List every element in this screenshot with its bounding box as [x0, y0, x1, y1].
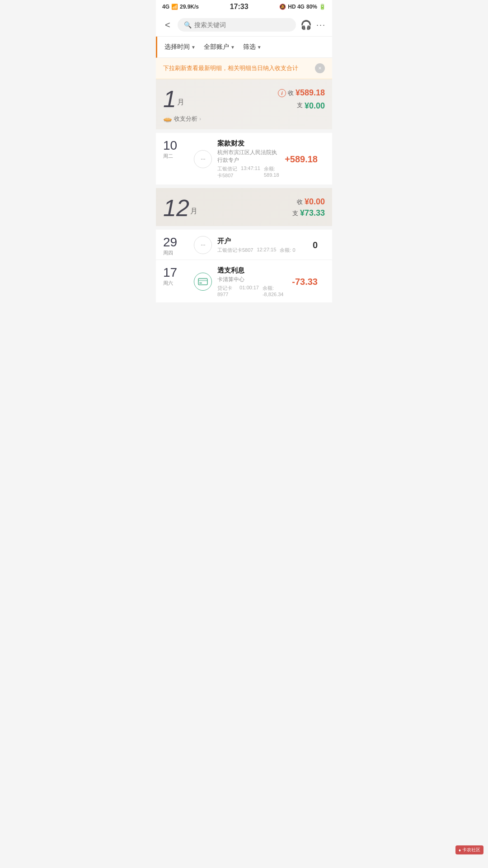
trans-title-kaihu: 开户: [217, 237, 307, 245]
chevron-down-icon: ▼: [191, 45, 196, 50]
account-filter-label: 全部账户: [204, 43, 229, 51]
date-week-10: 周二: [163, 153, 187, 160]
trans-meta-kaihu: 工银借记卡5807 12:27:15 余额: 0: [217, 247, 307, 254]
trans-title-interest: 透支利息: [217, 266, 286, 275]
more-button[interactable]: ···: [316, 20, 326, 30]
month-1-summary: i 收 ¥589.18 支 ¥0.00: [278, 86, 325, 111]
time-filter-label: 选择时间: [164, 43, 190, 51]
notice-close-button[interactable]: ×: [315, 63, 325, 73]
trans-amount-589: +589.18: [285, 154, 318, 165]
month-1-income-row: i 收 ¥589.18: [278, 88, 325, 98]
screen-filter-label: 筛选: [243, 43, 256, 51]
trans-subtitle-interest: 卡清算中心: [217, 276, 286, 283]
trans-amount-col-kaihu: 0: [313, 240, 318, 250]
month-12-expense-row: 支 ¥73.33: [292, 208, 325, 218]
trans-amount-interest: -73.33: [292, 277, 318, 287]
trans-amount-col-interest: -73.33: [292, 277, 318, 287]
search-icon: 🔍: [184, 21, 192, 28]
trans-meta-interest: 贷记卡8977 01:00:17 余额: -8,826.34: [217, 285, 286, 297]
trans-card-info-interest: 贷记卡8977: [217, 285, 236, 297]
date-num-29: 29: [163, 236, 187, 249]
hd4g-label: HD 4G: [288, 4, 305, 10]
svg-rect-2: [199, 283, 202, 283]
month-12-income-label: 收: [297, 198, 303, 206]
chevron-down-icon: ▼: [230, 45, 235, 50]
trans-avatar-dots: ···: [194, 150, 212, 168]
search-input[interactable]: [194, 21, 290, 28]
headset-icon[interactable]: 🎧: [300, 19, 312, 30]
trans-avatar-card: [194, 273, 212, 291]
search-bar: < 🔍 🎧 ···: [156, 14, 332, 37]
month-1-expense-label: 支: [297, 101, 303, 109]
trans-group-jan: 10 周二 ··· 案款财发 杭州市滨江区人民法院执行款专户 工银借记卡5807…: [156, 133, 332, 184]
month-12-income-amount: ¥0.00: [305, 197, 325, 207]
trans-subtitle-589: 杭州市滨江区人民法院执行款专户: [217, 149, 279, 164]
date-week-29: 周四: [163, 250, 187, 256]
trans-avatar-dots-2: ···: [194, 236, 212, 254]
month-12-summary: 收 ¥0.00 支 ¥73.33: [292, 195, 325, 218]
trans-time-interest: 01:00:17: [239, 285, 259, 297]
notice-banner: 下拉刷新查看最新明细，相关明细当日纳入收支合计 ×: [156, 58, 332, 79]
month-1-income-label: 收: [288, 89, 294, 97]
month-1-header: 1 月 i 收 ¥589.18 支 ¥0.00 🥧 收支分析 ›: [156, 79, 332, 129]
status-bar: 4G 📶 29.9K/s 17:33 🔕 HD 4G 80% 🔋: [156, 0, 332, 14]
trans-info-interest: 透支利息 卡清算中心 贷记卡8977 01:00:17 余额: -8,826.3…: [217, 266, 286, 297]
filter-bar: 选择时间 ▼ 全部账户 ▼ 筛选 ▼: [156, 37, 332, 58]
transaction-item-kaihu[interactable]: ··· 开户 工银借记卡5807 12:27:15 余额: 0 0: [187, 236, 325, 259]
trans-time: 13:47:11: [241, 165, 260, 179]
signal-icon: 📶: [171, 4, 178, 10]
date-num-17: 17: [163, 266, 187, 279]
trans-date-row-29: 29 周四 ··· 开户 工银借记卡5807 12:27:15 余额: 0 0: [156, 230, 332, 260]
transaction-item-589[interactable]: ··· 案款财发 杭州市滨江区人民法院执行款专户 工银借记卡5807 13:47…: [187, 139, 325, 184]
month-1-expense-amount: ¥0.00: [305, 101, 325, 111]
trans-card-info-kaihu: 工银借记卡5807: [217, 247, 253, 254]
month-12-header: 12 月 收 ¥0.00 支 ¥73.33: [156, 188, 332, 226]
date-num-10: 10: [163, 139, 187, 152]
month-12-income-row: 收 ¥0.00: [292, 197, 325, 207]
trans-amount-col-589: +589.18: [285, 154, 318, 165]
trans-meta-589: 工银借记卡5807 13:47:11 余额: 589.18: [217, 165, 279, 179]
close-icon: ×: [318, 65, 321, 71]
trans-balance: 余额: 589.18: [264, 165, 279, 179]
trans-info-589: 案款财发 杭州市滨江区人民法院执行款专户 工银借记卡5807 13:47:11 …: [217, 139, 279, 179]
battery-label: 80%: [306, 4, 317, 10]
trans-amount-kaihu: 0: [313, 240, 318, 250]
svg-rect-0: [198, 278, 207, 285]
screen-filter-button[interactable]: 筛选 ▼: [239, 41, 266, 53]
battery-icon: 🔋: [319, 4, 326, 10]
date-week-17: 周六: [163, 280, 187, 287]
trans-group-dec: 29 周四 ··· 开户 工银借记卡5807 12:27:15 余额: 0 0 …: [156, 230, 332, 302]
status-right: 🔕 HD 4G 80% 🔋: [279, 4, 326, 10]
trans-date-row-10: 10 周二 ··· 案款财发 杭州市滨江区人民法院执行款专户 工银借记卡5807…: [156, 133, 332, 184]
section-gap-1: [156, 184, 332, 188]
network-label: 4G: [162, 4, 169, 10]
svg-rect-1: [198, 280, 207, 281]
trans-time-kaihu: 12:27:15: [257, 247, 276, 254]
speed-label: 29.9K/s: [180, 4, 199, 10]
month-1-income-amount: ¥589.18: [296, 88, 325, 98]
account-filter-button[interactable]: 全部账户 ▼: [200, 41, 239, 53]
chevron-down-icon: ▼: [257, 45, 262, 50]
trans-balance-kaihu: 余额: 0: [280, 247, 295, 254]
status-left: 4G 📶 29.9K/s: [162, 4, 199, 10]
transaction-item-interest[interactable]: 透支利息 卡清算中心 贷记卡8977 01:00:17 余额: -8,826.3…: [187, 266, 325, 302]
month-1-expense-row: 支 ¥0.00: [278, 99, 325, 111]
notice-text: 下拉刷新查看最新明细，相关明细当日纳入收支合计: [163, 64, 315, 72]
month-12-expense-amount: ¥73.33: [300, 208, 325, 218]
search-input-wrap[interactable]: 🔍: [178, 18, 296, 32]
trans-date-row-17: 17 周六 透支利息 卡清算中心 贷记卡8977 01:00:17 余额: -8…: [156, 260, 332, 302]
time-display: 17:33: [230, 3, 249, 11]
mute-icon: 🔕: [279, 4, 286, 10]
time-filter-button[interactable]: 选择时间 ▼: [164, 41, 200, 53]
trans-balance-interest: 余额: -8,826.34: [263, 285, 286, 297]
trans-card-info: 工银借记卡5807: [217, 165, 237, 179]
back-button[interactable]: <: [162, 19, 173, 31]
trans-info-kaihu: 开户 工银借记卡5807 12:27:15 余额: 0: [217, 237, 307, 254]
trans-title-589: 案款财发: [217, 139, 279, 148]
month-12-expense-label: 支: [292, 209, 298, 217]
info-icon: i: [278, 89, 286, 97]
